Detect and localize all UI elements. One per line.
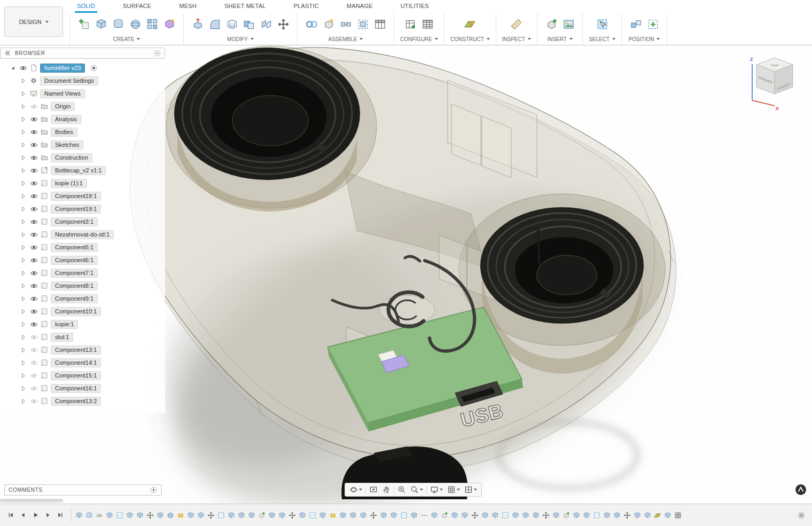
expand-arrow-icon[interactable]	[19, 114, 28, 124]
box-feature-icon[interactable]	[238, 511, 245, 520]
visibility-eye-icon[interactable]	[28, 204, 39, 214]
assistant-button[interactable]	[795, 484, 807, 496]
item-label[interactable]: Component6:1	[51, 256, 98, 265]
create-sketch-button[interactable]	[76, 16, 92, 32]
move-feature-icon[interactable]	[288, 511, 296, 520]
tree-item-component15-1[interactable]: Component15:1	[0, 369, 165, 382]
capture-position-button[interactable]	[645, 16, 661, 32]
box-feature-icon[interactable]	[126, 511, 134, 520]
box-feature-icon[interactable]	[512, 511, 519, 520]
form-button[interactable]	[161, 16, 177, 32]
collapse-all-icon[interactable]	[153, 49, 161, 57]
shell-button[interactable]	[224, 16, 240, 32]
viewports-button[interactable]	[462, 483, 479, 496]
grid-display-button[interactable]	[445, 483, 462, 496]
visibility-eye-icon[interactable]	[28, 217, 39, 226]
box-feature-icon[interactable]	[75, 511, 83, 520]
box-feature-icon[interactable]	[228, 511, 235, 520]
expand-arrow-icon[interactable]	[19, 281, 28, 291]
expand-arrow-icon[interactable]	[19, 383, 28, 393]
sphere-button[interactable]	[127, 16, 143, 32]
expand-arrow-icon[interactable]	[19, 319, 28, 329]
position-button[interactable]	[628, 16, 644, 32]
item-label[interactable]: Component3:1	[51, 217, 98, 226]
skip-end-button[interactable]	[54, 510, 65, 521]
item-label[interactable]: stul:1	[51, 333, 73, 342]
move-feature-icon[interactable]	[146, 511, 154, 520]
tree-item-component10-1[interactable]: Component10:1	[0, 305, 165, 318]
orbit-button[interactable]	[347, 483, 364, 496]
group-dropdown-assemble[interactable]: ASSEMBLE	[329, 35, 363, 43]
expand-arrow-icon[interactable]	[19, 371, 28, 380]
expand-arrow-icon[interactable]	[19, 191, 28, 201]
expand-arrow-icon[interactable]	[19, 332, 28, 342]
item-label[interactable]: Origin	[51, 102, 75, 111]
collapse-arrow-icon[interactable]	[9, 63, 18, 73]
sketch-feature-icon[interactable]	[400, 511, 408, 520]
tree-item-document-settings[interactable]: Document Settings	[0, 74, 165, 87]
visibility-eye-icon[interactable]	[28, 358, 39, 367]
cap-feature-icon[interactable]	[96, 511, 103, 520]
box-feature-icon[interactable]	[248, 511, 255, 520]
box-feature-icon[interactable]	[613, 511, 621, 520]
viewcube[interactable]: Z X TOP FRONT RIGHT	[747, 54, 800, 114]
box-feature-icon[interactable]	[583, 511, 590, 520]
expand-arrow-icon[interactable]	[19, 217, 28, 226]
expand-arrow-icon[interactable]	[19, 89, 28, 98]
expand-arrow-icon[interactable]	[19, 255, 28, 265]
group-dropdown-position[interactable]: POSITION	[629, 35, 660, 43]
visibility-eye-icon[interactable]	[28, 383, 39, 393]
item-label[interactable]: Component15:1	[51, 371, 101, 380]
item-label[interactable]: Sketches	[51, 140, 83, 150]
box-feature-icon[interactable]	[644, 511, 651, 520]
item-label[interactable]: Bodies	[51, 128, 77, 137]
box-feature-icon[interactable]	[491, 511, 499, 520]
fit-button[interactable]	[395, 483, 408, 496]
box-feature-icon[interactable]	[451, 511, 458, 520]
box-feature-icon[interactable]	[390, 511, 397, 520]
tree-item-component6-1[interactable]: Component6:1	[0, 254, 165, 266]
insert-component-button[interactable]	[543, 16, 559, 32]
expand-arrow-icon[interactable]	[19, 76, 28, 85]
visibility-eye-icon[interactable]	[28, 140, 39, 150]
dots-feature-icon[interactable]	[420, 511, 428, 520]
sketch-feature-icon[interactable]	[116, 511, 123, 520]
visibility-eye-icon[interactable]	[28, 371, 39, 380]
visibility-eye-icon[interactable]	[28, 268, 39, 278]
play-button[interactable]	[30, 510, 41, 521]
expand-arrow-icon[interactable]	[19, 140, 28, 150]
viewcube-cube[interactable]: TOP FRONT RIGHT	[756, 58, 793, 94]
box-feature-icon[interactable]	[461, 511, 469, 520]
tree-item-component7-1[interactable]: Component7:1	[0, 266, 165, 279]
expand-comments-icon[interactable]	[150, 486, 158, 494]
item-label[interactable]: humidifier v23	[40, 64, 85, 73]
tree-item-root-humidifier-v23[interactable]: humidifier v23	[0, 61, 165, 74]
tab-sheet-metal[interactable]: SHEET METAL	[222, 0, 268, 13]
select-window-button[interactable]	[594, 16, 610, 32]
tree-item-sketches[interactable]: Sketches	[0, 138, 165, 151]
box-feature-icon[interactable]	[634, 511, 641, 520]
box-feature-icon[interactable]	[573, 511, 580, 520]
tree-item-construction[interactable]: Construction	[0, 151, 165, 164]
expand-arrow-icon[interactable]	[19, 153, 28, 162]
box-feature-icon[interactable]	[278, 511, 286, 520]
offset-face-button[interactable]	[258, 16, 274, 32]
expand-arrow-icon[interactable]	[19, 204, 28, 214]
item-label[interactable]: Component13:2	[51, 397, 101, 406]
group-dropdown-construct[interactable]: CONSTRUCT	[450, 35, 490, 43]
activate-radio-icon[interactable]	[88, 63, 99, 73]
yellow-feature-icon[interactable]	[329, 511, 337, 520]
move-feature-icon[interactable]	[542, 511, 550, 520]
configuration-button[interactable]	[403, 16, 419, 32]
item-label[interactable]: Component9:1	[51, 294, 98, 303]
item-label[interactable]: Component13:1	[51, 346, 101, 355]
expand-arrow-icon[interactable]	[19, 358, 28, 367]
box-feature-icon[interactable]	[410, 511, 418, 520]
visibility-eye-icon[interactable]	[28, 294, 39, 303]
item-label[interactable]: Named Views	[40, 89, 85, 98]
sphere-feature-icon[interactable]	[167, 511, 174, 520]
joint-button[interactable]	[303, 16, 319, 32]
step-forward-button[interactable]	[42, 510, 53, 521]
grid-feature-icon[interactable]	[674, 511, 682, 520]
item-label[interactable]: kopie (1):1	[51, 179, 87, 188]
